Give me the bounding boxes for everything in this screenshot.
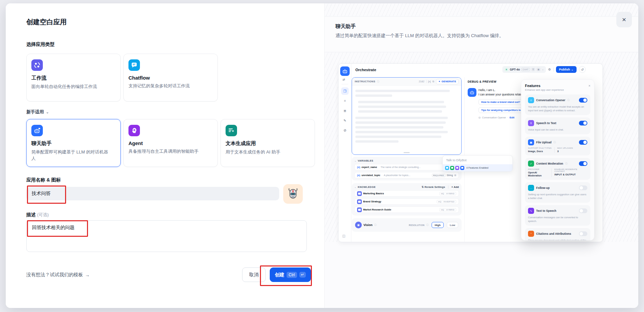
resolution-high-option: High (432, 222, 444, 228)
close-icon[interactable]: × (616, 12, 632, 27)
model-name: GPT-4o (510, 68, 520, 71)
app-type-title: Agent (128, 140, 213, 146)
agent-icon (128, 125, 140, 136)
preview-sidebar-nav: ❒ ⌗ ≣ ✎ ⊘ (341, 87, 349, 134)
app-type-row-beginner: 聊天助手 简单配置即可构建基于 LLM 的对话机器人 Agent 具备推理与自主… (26, 119, 324, 167)
chatflow-icon (128, 59, 140, 71)
generate-button: ✦ GENERATE (436, 79, 459, 84)
chevron-down-icon: ⌄ (46, 110, 49, 114)
eye-badge-icon: ◉ (536, 68, 540, 71)
app-type-card-chat-assistant[interactable]: 聊天助手 简单配置即可构建基于 LLM 的对话机器人 (26, 119, 121, 167)
sparkle-icon: ✦ (438, 80, 441, 83)
info-icon: ⓘ (567, 98, 569, 102)
token-count: 2182 (419, 80, 425, 83)
feature-toggle (579, 121, 587, 125)
knowledge-row: Market Research Guide HQ · HYBRID (354, 206, 459, 213)
feature-card: … Follow-up Setting up next questions su… (525, 182, 590, 203)
feature-toggle (579, 186, 587, 190)
close-icon: × (588, 84, 590, 88)
robot-emoji-icon (287, 188, 299, 200)
bot-avatar (468, 88, 476, 97)
feature-toggle (579, 231, 587, 236)
app-type-card-agent[interactable]: Agent 具备推理与自主工具调用的智能助手 (123, 119, 218, 167)
enabled-features-strip: 4 Features Enabled (443, 164, 513, 171)
add-knowledge-button: + Add (451, 186, 459, 189)
chat-assistant-icon (31, 125, 43, 136)
create-app-modal: 创建空白应用 选择应用类型 工作流 面向单轮自动化任务的编排工作流 Chatfl… (6, 3, 638, 308)
app-name-input[interactable] (26, 187, 279, 200)
preview-description: 通过简单的配置快速搭建一个基于 LLM 的对话机器人。支持切换为 Chatflo… (335, 32, 524, 39)
speech-feature-icon (455, 166, 459, 170)
chevron-down-icon: ⌄ (542, 68, 544, 71)
resize-handle (404, 152, 410, 153)
app-type-title: 文本生成应用 (226, 140, 310, 147)
feature-toggle (579, 140, 587, 145)
knowledge-row: Brand Strategy HQ · INVERTED (354, 198, 459, 205)
feature-card: ✓ Content Moderation ⓘ PROVIDEROpenAI Mo… (525, 158, 590, 180)
info-icon: ⓘ (554, 141, 556, 144)
preview-header: 聊天助手 通过简单的配置快速搭建一个基于 LLM 的对话机器人。支持切换为 Ch… (325, 16, 638, 52)
description-label: 描述 (可选) (26, 212, 324, 218)
text-generator-icon (226, 125, 237, 136)
info-icon: ⓘ (377, 80, 379, 83)
retrieval-badge: HQ · HYBRID (439, 208, 456, 211)
dataset-icon (357, 191, 362, 196)
chevron-down-icon: ⌄ (354, 160, 356, 162)
chat-mode-badge: CHAT (521, 68, 530, 71)
enter-key-icon: ↵ (299, 272, 306, 278)
workflow-icon (31, 59, 43, 71)
preview-app-icon (340, 66, 350, 76)
create-button[interactable]: 创建 Ctrl ↵ (270, 267, 311, 282)
cancel-button[interactable]: 取消 (242, 267, 266, 282)
app-type-card-chatflow[interactable]: Chatflow 支持记忆的复杂多轮对话工作流 (123, 54, 218, 102)
feature-toggle (579, 208, 587, 213)
copy-icon: ⧉ (433, 80, 434, 83)
logs-icon: ≣ (341, 107, 349, 114)
retrieval-badge: HQ · INVERTED (437, 200, 456, 203)
preview-sidebar: ⇄ ❒ ⌗ ≣ ✎ ⊘ ◫ (339, 64, 351, 242)
app-name-label: 应用名称 & 图标 (26, 177, 324, 183)
model-selector: ✳ GPT-4o CHAT ⚲ ◉ ⌄ (502, 66, 546, 73)
feature-card: ▣ File Upload ⓘ SUPPORT FILE TYPESImage,… (525, 137, 590, 155)
microphone-icon: ⚲ (528, 120, 534, 126)
moderation-icon: ✓ (528, 161, 534, 167)
moderation-feature-icon (450, 166, 454, 170)
feature-toggle (579, 98, 587, 103)
app-type-desc: 简单配置即可构建基于 LLM 的对话机器人 (31, 149, 112, 162)
dataset-icon (357, 207, 362, 212)
info-icon: ⓘ (374, 223, 377, 227)
upload-feature-icon (460, 166, 464, 170)
description-input[interactable]: 回答技术相关的问题 (26, 220, 307, 252)
terminal-icon: ⌗ (341, 97, 349, 105)
opener-feature-icon (445, 166, 449, 170)
rerank-settings-button: ⇅ Rerank Settings (421, 186, 445, 189)
vision-eye-icon: ◉ (355, 222, 362, 228)
app-type-desc: 支持记忆的复杂多轮对话工作流 (128, 83, 209, 89)
dataset-icon (357, 199, 362, 204)
bot-greeting: Hello, I am L. I can answer your questio… (478, 88, 524, 97)
ctrl-key-badge: Ctrl (287, 272, 297, 278)
info-icon: ⓘ (426, 223, 429, 227)
collapse-sidebar-icon: ◫ (342, 234, 345, 238)
app-type-title: 工作流 (31, 75, 116, 81)
modal-footer: 没有想法？试试我们的模板 → 取消 创建 Ctrl ↵ (26, 267, 311, 282)
app-icon-picker[interactable] (283, 184, 303, 204)
templates-link[interactable]: 没有想法？试试我们的模板 → (26, 272, 90, 278)
instructions-title: INSTRUCTIONS (355, 80, 375, 83)
info-icon: ⓘ (565, 162, 567, 165)
knowledge-title: KNOWLEDGE (358, 186, 376, 189)
app-type-card-text-generator[interactable]: 文本生成应用 用于文本生成任务的 AI 助手 (221, 119, 315, 167)
model-settings-icon: ⚙ (548, 68, 551, 71)
app-type-title: 聊天助手 (31, 140, 116, 147)
app-type-title: Chatflow (128, 75, 213, 81)
app-name-row (26, 187, 307, 202)
retrieval-badge: HQ · HYBRID (439, 192, 456, 195)
openai-logo-icon: ✳ (504, 67, 508, 72)
app-type-section-label: 选择应用类型 (26, 41, 324, 48)
chat-input-placeholder: Talk to DifyBot (443, 155, 513, 162)
app-type-card-workflow[interactable]: 工作流 面向单轮自动化任务的编排工作流 (26, 54, 121, 102)
chevron-down-icon: ⌄ (571, 68, 574, 71)
app-type-desc: 用于文本生成任务的 AI 助手 (226, 149, 306, 155)
feature-card: ” Citations and Attributions Show source… (525, 228, 590, 240)
beginner-section-toggle[interactable]: 新手适用 ⌄ (26, 109, 324, 115)
